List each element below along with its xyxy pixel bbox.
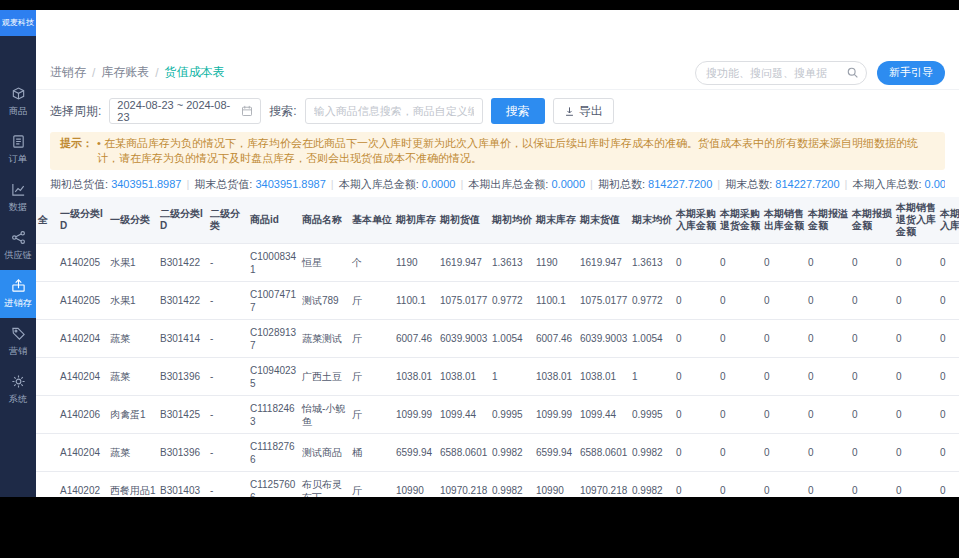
table-row[interactable]: A140205水果1B301422-C10008341恒星个11901619.9… <box>36 244 959 282</box>
table-cell: 0 <box>718 320 762 358</box>
table-cell: 0.9772 <box>630 282 674 320</box>
row-select-cell[interactable] <box>36 282 58 320</box>
row-select-cell[interactable] <box>36 320 58 358</box>
topbar-right: 新手引导 <box>695 61 945 85</box>
table-cell: 1038.01 <box>578 358 630 396</box>
breadcrumb-item[interactable]: 货值成本表 <box>165 64 225 81</box>
table-cell: 1190 <box>394 244 438 282</box>
summary-value: 3403951.8987 <box>111 178 181 190</box>
cost-table-wrap: 全一级分类ID一级分类二级分类ID二级分类商品id商品名称基本单位期初库存期初货… <box>36 197 959 497</box>
table-cell: - <box>208 282 248 320</box>
breadcrumb-item[interactable]: 库存账表 <box>101 64 149 81</box>
table-row[interactable]: A140206肉禽蛋1B301425-C11182463怡城-小鲵鱼斤1099.… <box>36 396 959 434</box>
guide-button[interactable]: 新手引导 <box>877 61 945 85</box>
table-cell: 0 <box>718 244 762 282</box>
breadcrumb-item[interactable]: 进销存 <box>50 64 86 81</box>
table-cell: 测试商品 <box>300 434 350 472</box>
table-cell: 斤 <box>350 282 394 320</box>
table-cell: C10074717 <box>248 282 300 320</box>
table-cell: 布贝布灵布丁 <box>300 472 350 498</box>
table-cell: 0 <box>762 358 806 396</box>
row-select-cell[interactable] <box>36 244 58 282</box>
table-cell: 0 <box>938 396 959 434</box>
table-cell: 1 <box>490 358 534 396</box>
table-cell: 1099.99 <box>394 396 438 434</box>
table-cell: A140205 <box>58 244 108 282</box>
notice-text: • 在某商品库存为负的情况下，库存均价会在此商品下一次入库时更新为此次入库单价，… <box>97 136 935 166</box>
sidebar-item-orders[interactable]: 订单 <box>0 126 36 174</box>
select-all-header[interactable]: 全 <box>36 197 58 244</box>
summary-separator: | <box>460 178 463 190</box>
supply-chain-icon <box>11 230 26 245</box>
summary-separator: | <box>590 178 593 190</box>
period-label: 选择周期: <box>50 103 101 120</box>
table-cell: 0 <box>718 434 762 472</box>
sidebar-item-goods[interactable]: 商品 <box>0 78 36 126</box>
table-cell: 0 <box>806 358 850 396</box>
table-cell: - <box>208 472 248 498</box>
sidebar-item-marketing[interactable]: 营销 <box>0 318 36 366</box>
table-cell: 0 <box>674 320 718 358</box>
app-logo[interactable]: 观麦科技 <box>0 10 36 36</box>
table-cell: 0 <box>718 282 762 320</box>
search-button[interactable]: 搜索 <box>491 98 545 124</box>
sidebar-item-label: 系统 <box>9 393 27 406</box>
sidebar-item-label: 订单 <box>9 153 27 166</box>
table-cell: 0 <box>718 358 762 396</box>
table-cell: 0 <box>850 244 894 282</box>
table-cell: C11182463 <box>248 396 300 434</box>
date-range-input[interactable]: 2024-08-23 ~ 2024-08-23 <box>109 98 261 124</box>
table-cell: B301396 <box>158 358 208 396</box>
global-search <box>695 61 867 85</box>
search-icon[interactable] <box>846 66 859 79</box>
table-cell: C10008341 <box>248 244 300 282</box>
table-cell: 1619.947 <box>578 244 630 282</box>
sidebar: 观麦科技 商品订单数据供应链进销存营销系统 <box>0 10 36 497</box>
row-select-cell[interactable] <box>36 472 58 498</box>
table-row[interactable]: A140205水果1B301422-C10074717测试789斤1100.11… <box>36 282 959 320</box>
table-cell: 肉禽蛋1 <box>108 396 158 434</box>
table-cell: 0.9982 <box>630 472 674 498</box>
table-row[interactable]: A140204蔬菜B301414-C10289137蔬菜测试斤6007.4660… <box>36 320 959 358</box>
summary-separator: | <box>845 178 848 190</box>
summary-value: 3403951.8987 <box>255 178 325 190</box>
row-select-cell[interactable] <box>36 434 58 472</box>
table-cell: 桶 <box>350 434 394 472</box>
export-button[interactable]: 导出 <box>553 98 614 124</box>
table-cell: 6007.46 <box>394 320 438 358</box>
summary-label: 期末总数: <box>725 178 775 190</box>
column-header: 期初货值 <box>438 197 490 244</box>
column-header: 本期报损金额 <box>850 197 894 244</box>
goods-search-input[interactable] <box>305 98 483 124</box>
summary-separator: | <box>331 178 334 190</box>
row-select-cell[interactable] <box>36 358 58 396</box>
table-cell: 10970.218 <box>438 472 490 498</box>
table-cell: 0 <box>762 282 806 320</box>
summary-label: 期末总货值: <box>194 178 255 190</box>
table-cell: 0 <box>806 244 850 282</box>
column-header: 二级分类 <box>208 197 248 244</box>
table-header-row: 全一级分类ID一级分类二级分类ID二级分类商品id商品名称基本单位期初库存期初货… <box>36 197 959 244</box>
summary-label: 期初总数: <box>598 178 648 190</box>
export-button-label: 导出 <box>579 103 603 120</box>
table-cell: 0 <box>762 396 806 434</box>
sidebar-item-system[interactable]: 系统 <box>0 366 36 414</box>
global-search-input[interactable] <box>695 61 867 85</box>
goods-search-field <box>305 98 483 124</box>
row-select-cell[interactable] <box>36 396 58 434</box>
app-window: 观麦科技 商品订单数据供应链进销存营销系统 进销存/库存账表/货值成本表 新手引… <box>0 10 959 497</box>
table-row[interactable]: A140204蔬菜B301396-C10940235广西土豆斤1038.0110… <box>36 358 959 396</box>
summary-label: 期初总货值: <box>50 178 111 190</box>
table-cell: 1619.947 <box>438 244 490 282</box>
breadcrumb: 进销存/库存账表/货值成本表 <box>50 64 225 81</box>
sidebar-item-inventory[interactable]: 进销存 <box>0 270 36 318</box>
sidebar-item-supply-chain[interactable]: 供应链 <box>0 222 36 270</box>
table-cell: 0 <box>674 396 718 434</box>
table-row[interactable]: A140204蔬菜B301396-C11182766测试商品桶6599.9465… <box>36 434 959 472</box>
summary-label: 本期出库总金额: <box>468 178 551 190</box>
table-cell: 水果1 <box>108 282 158 320</box>
sidebar-item-data[interactable]: 数据 <box>0 174 36 222</box>
column-header: 期末库存 <box>534 197 578 244</box>
table-row[interactable]: A140202西餐用品1B301403-C11257606布贝布灵布丁斤1099… <box>36 472 959 498</box>
table-cell: 6588.0601 <box>578 434 630 472</box>
